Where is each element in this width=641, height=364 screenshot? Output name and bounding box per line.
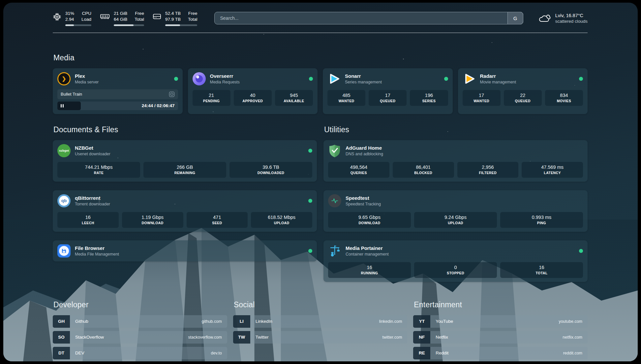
bookmark-dev[interactable]: DT DEV dev.to	[53, 347, 227, 359]
stat-filtered: 2,956FILTERED	[457, 162, 519, 178]
cpu-widget: 31% CPU 2.94 Load	[53, 11, 91, 26]
section-heading-social: Social	[234, 300, 408, 309]
bookmark-name: Github	[70, 315, 202, 328]
section-heading-utilities: Utilities	[324, 125, 588, 134]
bookmark-linkedin[interactable]: LI LinkedIn linkedin.com	[233, 315, 408, 328]
radarr-icon	[463, 72, 476, 85]
service-card-adguard[interactable]: AdGuard Home DNS and adblocking 498,564Q…	[323, 140, 588, 182]
service-description: Speedtest Tracking	[346, 202, 381, 206]
media-disc-icon	[169, 91, 175, 97]
homepage-dashboard: 31% CPU 2.94 Load 21 GiB Fr	[3, 3, 638, 361]
bookmark-abbr: SO	[53, 331, 70, 344]
service-card-radarr[interactable]: Radarr Movie management 17WANTED 22QUEUE…	[458, 68, 588, 114]
cpu-usage-value: 31%	[65, 11, 74, 16]
bookmark-name: Reddit	[430, 347, 563, 359]
playback-progressbar: 24:44 / 02:06:47	[57, 102, 178, 110]
service-card-overseerr[interactable]: Overseerr Media Requests 21PENDING 40APP…	[188, 68, 318, 114]
cpu-usage-label: CPU	[81, 11, 91, 16]
bookmark-name: Twitter	[250, 331, 382, 344]
status-online-dot	[309, 77, 313, 81]
service-card-speedtest[interactable]: Speedtest Speedtest Tracking 9.65 GbpsDO…	[323, 190, 588, 232]
section-heading-media: Media	[53, 53, 588, 62]
bookmark-youtube[interactable]: YT YouTube youtube.com	[413, 315, 588, 328]
status-online-dot	[444, 77, 448, 81]
stat-movies: 834MOVIES	[545, 90, 583, 106]
bookmark-url: dev.to	[211, 347, 227, 359]
service-card-nzbget[interactable]: nzbget NZBGet Usenet downloader 744.21 M…	[53, 140, 317, 182]
memory-free-label: Free	[135, 11, 144, 16]
service-name: File Browser	[75, 245, 119, 251]
stat-series: 196SERIES	[410, 90, 448, 106]
service-name: Radarr	[480, 73, 516, 79]
stat-stopped: 0STOPPED	[414, 262, 497, 278]
bookmark-name: YouTube	[430, 315, 559, 328]
bookmark-name: DEV	[70, 347, 211, 359]
stat-download: 9.65 GbpsDOWNLOAD	[328, 212, 411, 228]
cpu-icon	[53, 13, 61, 21]
bookmark-netflix[interactable]: NF Netflix netflix.com	[413, 331, 588, 344]
bookmark-reddit[interactable]: RE Reddit reddit.com	[413, 347, 588, 359]
disk-total-value: 97.9 TB	[165, 16, 181, 22]
service-description: Container management	[346, 252, 389, 257]
stat-queued: 22QUEUED	[504, 90, 542, 106]
cpu-load-label: Load	[81, 16, 91, 22]
overseerr-icon	[193, 72, 206, 85]
stat-queued: 17QUEUED	[369, 90, 407, 106]
qbittorrent-icon: qb	[57, 194, 71, 207]
plex-icon: ❯	[57, 72, 71, 85]
search-provider-button[interactable]: G	[507, 12, 523, 24]
status-online-dot	[579, 249, 583, 253]
service-name: NZBGet	[75, 145, 110, 151]
stat-download: 1.19 GbpsDOWNLOAD	[122, 212, 183, 228]
bookmark-url: netflix.com	[563, 331, 588, 344]
service-description: Usenet downloader	[75, 152, 110, 156]
sonarr-icon	[327, 72, 341, 85]
status-online-dot	[579, 77, 583, 81]
section-heading-entertainment: Entertainment	[414, 300, 588, 309]
stat-blocked: 86,401BLOCKED	[393, 162, 454, 178]
bookmark-url: twitter.com	[382, 331, 408, 344]
service-card-portainer[interactable]: Media Portainer Container management 16R…	[323, 240, 588, 282]
service-name: Media Portainer	[346, 245, 389, 251]
stat-seed: 471SEED	[187, 212, 248, 228]
service-card-sonarr[interactable]: Sonarr Series management 485WANTED 17QUE…	[323, 68, 453, 114]
memory-total-label: Total	[135, 16, 144, 22]
top-bar: 31% CPU 2.94 Load 21 GiB Fr	[3, 3, 638, 26]
bookmark-url: youtube.com	[559, 315, 588, 328]
bookmark-abbr: TW	[233, 331, 250, 344]
bookmark-name: LinkedIn	[250, 315, 379, 328]
service-card-filebrowser[interactable]: File Browser Media File Management	[53, 240, 317, 261]
service-description: DNS and adblocking	[346, 152, 383, 156]
service-name: AdGuard Home	[346, 145, 383, 151]
service-card-plex[interactable]: ❯ Plex Media server Bullet Train	[53, 68, 183, 114]
bookmark-stackoverflow[interactable]: SO StackOverflow stackoverflow.com	[53, 331, 227, 344]
pause-icon[interactable]	[61, 104, 64, 107]
bookmark-abbr: LI	[233, 315, 250, 328]
disk-progressbar	[165, 24, 198, 26]
service-description: Torrent downloader	[75, 202, 110, 206]
stat-upload: 618.52 MbpsUPLOAD	[251, 212, 312, 228]
stat-downloaded: 39.6 TBDOWNLOADED	[229, 162, 312, 178]
bookmark-twitter[interactable]: TW Twitter twitter.com	[233, 331, 408, 344]
stat-wanted: 485WANTED	[327, 90, 365, 106]
stat-latency: 47.569 msLATENCY	[522, 162, 583, 178]
disk-icon	[153, 13, 161, 20]
search-input[interactable]	[214, 12, 523, 24]
memory-total-value: 64 GiB	[114, 16, 127, 22]
disk-free-label: Free	[188, 11, 198, 16]
service-card-qbittorrent[interactable]: qb qBittorrent Torrent downloader 16LEEC…	[53, 190, 317, 232]
service-description: Series management	[345, 80, 382, 84]
bookmark-abbr: GH	[53, 315, 70, 328]
memory-widget: 21 GiB Free 64 GiB Total	[100, 11, 144, 26]
bookmark-github[interactable]: GH Github github.com	[53, 315, 227, 328]
adguard-icon	[328, 144, 341, 157]
filebrowser-icon	[57, 244, 71, 258]
stat-available: 945AVAILABLE	[275, 90, 313, 106]
now-playing-title: Bullet Train	[61, 92, 82, 97]
bookmark-url: github.com	[202, 315, 227, 328]
service-name: Sonarr	[345, 73, 382, 79]
portainer-icon	[328, 244, 341, 258]
stat-leech: 16LEECH	[57, 212, 119, 228]
section-heading-documents: Documents & Files	[53, 125, 317, 134]
service-description: Movie management	[480, 80, 516, 84]
